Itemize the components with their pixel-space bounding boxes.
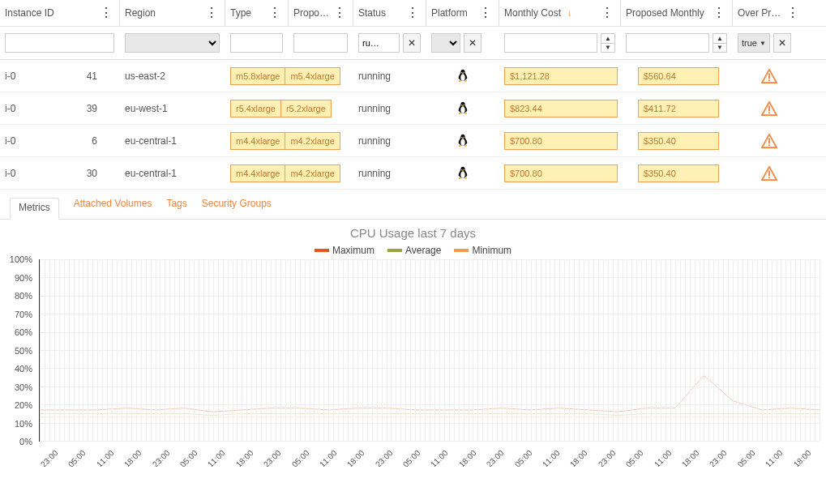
- gridline-v: [627, 259, 627, 441]
- col-menu-icon[interactable]: ⋮: [404, 6, 421, 19]
- spinner-up-icon[interactable]: ▲: [713, 34, 726, 44]
- type-chip: r5.4xlarge: [230, 100, 280, 117]
- tab-tags[interactable]: Tags: [166, 198, 186, 214]
- legend-item-average[interactable]: Average: [387, 245, 441, 256]
- filter-proposed: [289, 33, 353, 53]
- filter-input[interactable]: [358, 33, 400, 53]
- cell-platform: [426, 101, 499, 116]
- col-menu-icon[interactable]: ⋮: [203, 6, 220, 19]
- filter-clear-button[interactable]: ✕: [464, 33, 481, 53]
- y-tick-label: 30%: [0, 382, 32, 392]
- filter-input[interactable]: [504, 33, 597, 53]
- tab-attached-volumes[interactable]: Attached Volumes: [74, 198, 152, 214]
- table-row[interactable]: i-0 39 eu-west-1 r5.4xlarge r5.2xlarge r…: [0, 92, 826, 125]
- pcost-chip: $411.72: [638, 100, 719, 117]
- instance-id-prefix: i-0: [5, 135, 15, 147]
- legend-label: Average: [405, 245, 441, 256]
- gridline-v: [502, 259, 503, 441]
- gridline-v: [656, 259, 657, 441]
- svg-point-25: [464, 169, 464, 170]
- col-status[interactable]: Status ⋮: [353, 0, 426, 26]
- col-menu-icon[interactable]: ⋮: [599, 6, 615, 19]
- grid-header: Instance ID ⋮ Region ⋮ Type ⋮ Propos… ⋮ …: [0, 0, 826, 27]
- linux-icon: [456, 166, 469, 182]
- gridline-v: [661, 259, 661, 441]
- col-proposed[interactable]: Propos… ⋮: [289, 0, 353, 26]
- gridline-v: [69, 259, 70, 441]
- spinner[interactable]: ▲ ▼: [601, 33, 615, 53]
- svg-point-14: [460, 139, 464, 145]
- warning-icon: [760, 68, 778, 84]
- svg-point-6: [768, 79, 770, 81]
- filter-input[interactable]: [230, 33, 283, 53]
- cell-instance-id: i-0 30: [0, 168, 120, 179]
- filter-input[interactable]: [626, 33, 709, 53]
- col-proposed-monthly[interactable]: Proposed Monthly ⋮: [621, 0, 733, 26]
- instance-id-prefix: i-0: [5, 103, 15, 114]
- svg-point-7: [460, 106, 464, 113]
- gridline-v: [767, 259, 768, 441]
- cell-instance-id: i-0 6: [0, 135, 120, 147]
- filter-input[interactable]: [5, 33, 114, 53]
- col-over-prov[interactable]: Over Prov… ⋮: [733, 0, 806, 26]
- gridline-v: [636, 259, 637, 441]
- table-row[interactable]: i-0 30 eu-central-1 m4.4xlarge m4.2xlarg…: [0, 157, 826, 190]
- filter-select[interactable]: [431, 33, 460, 53]
- gridline-v: [526, 259, 527, 441]
- gridline-v: [631, 259, 632, 441]
- gridline-v: [469, 259, 469, 441]
- filter-select[interactable]: true ▼: [738, 33, 770, 53]
- spinner-down-icon[interactable]: ▼: [601, 44, 614, 53]
- gridline-v: [102, 259, 103, 441]
- tab-security-groups[interactable]: Security Groups: [202, 198, 272, 214]
- gridline-v: [362, 259, 363, 441]
- legend-item-minimum[interactable]: Minimum: [454, 245, 511, 256]
- filter-input[interactable]: [293, 33, 348, 53]
- svg-point-0: [460, 74, 464, 80]
- svg-point-10: [462, 105, 463, 105]
- col-menu-icon[interactable]: ⋮: [785, 6, 801, 19]
- filter-row: ✕ ✕ ▲ ▼ ▲ ▼ true ▼ ✕: [0, 27, 826, 60]
- gridline-v: [194, 259, 195, 441]
- cell-platform: [426, 134, 499, 148]
- col-menu-icon[interactable]: ⋮: [477, 6, 494, 19]
- table-row[interactable]: i-0 41 us-east-2 m5.8xlarge m5.4xlarge r…: [0, 60, 826, 92]
- gridline-v: [708, 259, 709, 441]
- gridline-v: [507, 259, 507, 441]
- gridline-v: [603, 259, 604, 441]
- gridline-v: [184, 259, 185, 441]
- col-instance-id[interactable]: Instance ID ⋮: [0, 0, 120, 26]
- gridline-v: [738, 259, 738, 441]
- gridline-v: [511, 259, 512, 441]
- col-type[interactable]: Type ⋮: [225, 0, 289, 26]
- col-menu-icon[interactable]: ⋮: [711, 6, 727, 19]
- col-menu-icon[interactable]: ⋮: [98, 6, 114, 19]
- gridline-v: [559, 259, 560, 441]
- legend-item-maximum[interactable]: Maximum: [315, 245, 374, 256]
- spinner-down-icon[interactable]: ▼: [713, 44, 726, 53]
- instance-id-prefix: i-0: [5, 70, 15, 82]
- gridline-v: [670, 259, 671, 441]
- gridline-v: [449, 259, 450, 441]
- table-row[interactable]: i-0 6 eu-central-1 m4.4xlarge m4.2xlarge…: [0, 125, 826, 157]
- gridline-v: [541, 259, 541, 441]
- gridline-v: [343, 259, 344, 441]
- gridline-v: [454, 259, 455, 441]
- gridline-v: [487, 259, 488, 441]
- gridline-v: [131, 259, 132, 441]
- filter-clear-button[interactable]: ✕: [403, 33, 421, 53]
- filter-select[interactable]: [125, 33, 220, 53]
- col-region[interactable]: Region ⋮: [120, 0, 225, 26]
- col-platform[interactable]: Platform ⋮: [426, 0, 499, 26]
- col-menu-icon[interactable]: ⋮: [332, 6, 348, 19]
- cell-status: running: [353, 70, 426, 82]
- col-menu-icon[interactable]: ⋮: [267, 6, 283, 19]
- filter-clear-button[interactable]: ✕: [773, 33, 791, 53]
- col-monthly-cost[interactable]: Monthly Cost ↓ ⋮: [499, 0, 621, 26]
- chart-legend: Maximum Average Minimum: [0, 245, 826, 259]
- spinner-up-icon[interactable]: ▲: [601, 34, 614, 44]
- cell-instance-id: i-0 39: [0, 103, 120, 114]
- tab-metrics[interactable]: Metrics: [10, 198, 59, 220]
- spinner[interactable]: ▲ ▼: [713, 33, 727, 53]
- col-label: Instance ID: [5, 7, 54, 19]
